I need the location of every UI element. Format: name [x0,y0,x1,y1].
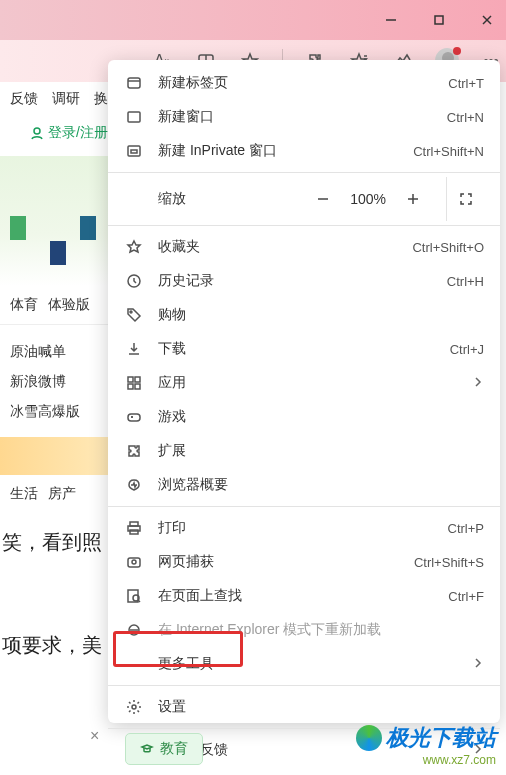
nav-link[interactable]: 调研 [52,90,80,108]
menu-shortcut: Ctrl+Shift+N [413,144,484,159]
menu-history[interactable]: 历史记录 Ctrl+H [108,264,500,298]
menu-shortcut: Ctrl+F [448,589,484,604]
svg-rect-25 [128,377,133,382]
menu-separator [108,685,500,686]
menu-label: 在 Internet Explorer 模式下重新加载 [158,621,484,639]
graduation-icon [140,742,154,756]
watermark: 极光下载站 www.xz7.com [356,723,496,767]
list-item[interactable]: 原油喊单 [10,337,108,367]
svg-rect-1 [435,16,443,24]
menu-label: 游戏 [158,408,484,426]
nav-link[interactable]: 反馈 [10,90,38,108]
menu-shortcut: Ctrl+J [450,342,484,357]
menu-print[interactable]: 打印 Ctrl+P [108,511,500,545]
category-link[interactable]: 生活 [10,485,38,503]
watermark-brand: 极光下载站 [356,723,496,753]
menu-favorites[interactable]: 收藏夹 Ctrl+Shift+O [108,230,500,264]
download-icon [124,339,144,359]
article-text: 笑，看到照 [0,513,108,556]
menu-label: 历史记录 [158,272,447,290]
close-ad-button[interactable]: × [90,727,99,745]
menu-downloads[interactable]: 下载 Ctrl+J [108,332,500,366]
menu-label: 设置 [158,698,484,716]
games-icon [124,407,144,427]
menu-ie-mode: 在 Internet Explorer 模式下重新加载 [108,613,500,647]
list-item[interactable]: 新浪微博 [10,367,108,397]
watermark-url: www.xz7.com [356,753,496,767]
menu-separator [108,172,500,173]
category-row: 体育 体验版 [0,286,108,324]
ie-icon [124,620,144,640]
category-link[interactable]: 体育 [10,296,38,314]
menu-label: 应用 [158,374,472,392]
app-menu: 新建标签页 Ctrl+T 新建窗口 Ctrl+N 新建 InPrivate 窗口… [108,60,500,723]
capture-icon [124,552,144,572]
menu-label: 浏览器概要 [158,476,484,494]
find-icon [124,586,144,606]
login-link[interactable]: 登录/注册 [0,116,108,150]
new-tab-icon [124,73,144,93]
watermark-logo-icon [356,725,382,751]
list-item[interactable]: 冰雪高爆版 [10,397,108,427]
education-chip[interactable]: 教育 [125,733,203,765]
menu-close-edge[interactable]: 关闭 Microsoft Edge [108,767,500,775]
svg-marker-22 [128,241,140,252]
menu-label: 更多工具 [158,655,472,673]
zoom-out-button[interactable] [310,186,336,212]
menu-separator [108,225,500,226]
ad-banner[interactable] [0,437,108,475]
minimize-button[interactable] [382,11,400,29]
menu-web-capture[interactable]: 网页捕获 Ctrl+Shift+S [108,545,500,579]
menu-browser-essentials[interactable]: 浏览器概要 [108,468,500,502]
menu-apps[interactable]: 应用 [108,366,500,400]
user-icon [30,126,44,140]
banner-image [0,156,108,286]
puzzle-icon [124,441,144,461]
fullscreen-button[interactable] [446,177,484,221]
maximize-button[interactable] [430,11,448,29]
menu-label: 新建标签页 [158,74,448,92]
menu-new-window[interactable]: 新建窗口 Ctrl+N [108,100,500,134]
nav-link[interactable]: 换 [94,90,108,108]
menu-new-tab[interactable]: 新建标签页 Ctrl+T [108,66,500,100]
menu-shortcut: Ctrl+Shift+O [412,240,484,255]
category-link[interactable]: 体验版 [48,296,90,314]
page-content: 反馈 调研 换 登录/注册 体育 体验版 原油喊单 新浪微博 冰雪高爆版 生活 … [0,82,108,775]
apps-icon [124,373,144,393]
menu-label: 收藏夹 [158,238,412,256]
menu-label: 扩展 [158,442,484,460]
category-link[interactable]: 房产 [48,485,76,503]
zoom-value: 100% [350,191,386,207]
login-label: 登录/注册 [48,124,108,142]
menu-label: 购物 [158,306,484,324]
menu-shortcut: Ctrl+H [447,274,484,289]
menu-extensions[interactable]: 扩展 [108,434,500,468]
blank-icon [124,654,144,674]
print-icon [124,518,144,538]
window-titlebar [0,0,506,40]
menu-find[interactable]: 在页面上查找 Ctrl+F [108,579,500,613]
svg-rect-29 [128,414,140,421]
close-button[interactable] [478,11,496,29]
zoom-in-button[interactable] [400,186,426,212]
chevron-right-icon [472,656,484,672]
menu-label: 新建窗口 [158,108,447,126]
menu-shortcut: Ctrl+P [448,521,484,536]
pulse-icon [124,475,144,495]
menu-label: 缩放 [158,190,310,208]
page-nav: 反馈 调研 换 [0,82,108,116]
history-icon [124,271,144,291]
svg-rect-18 [131,150,137,153]
menu-zoom: 缩放 100% [108,177,500,221]
menu-shopping[interactable]: 购物 [108,298,500,332]
svg-rect-27 [128,384,133,389]
menu-settings[interactable]: 设置 [108,690,500,724]
svg-rect-26 [135,377,140,382]
menu-games[interactable]: 游戏 [108,400,500,434]
category-row: 生活 房产 [0,475,108,513]
link-list: 原油喊单 新浪微博 冰雪高爆版 [0,325,108,427]
menu-new-inprivate[interactable]: 新建 InPrivate 窗口 Ctrl+Shift+N [108,134,500,168]
notification-dot-icon [453,47,461,55]
star-icon [124,237,144,257]
menu-more-tools[interactable]: 更多工具 [108,647,500,681]
